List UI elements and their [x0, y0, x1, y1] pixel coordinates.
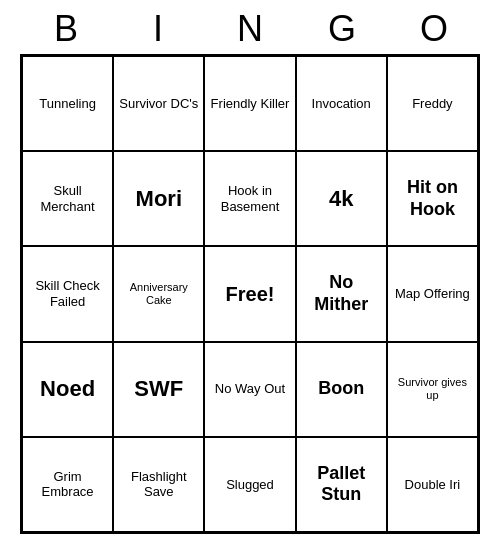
bingo-cell-16: SWF — [113, 342, 204, 437]
bingo-cell-7: Hook in Basement — [204, 151, 295, 246]
bingo-cell-23: Pallet Stun — [296, 437, 387, 532]
bingo-cell-10: Skill Check Failed — [22, 246, 113, 341]
bingo-letter: I — [118, 8, 198, 50]
bingo-cell-6: Mori — [113, 151, 204, 246]
bingo-letter: N — [210, 8, 290, 50]
bingo-letter: B — [26, 8, 106, 50]
bingo-cell-13: No Mither — [296, 246, 387, 341]
bingo-cell-4: Freddy — [387, 56, 478, 151]
bingo-cell-21: Flashlight Save — [113, 437, 204, 532]
bingo-cell-15: Noed — [22, 342, 113, 437]
bingo-cell-14: Map Offering — [387, 246, 478, 341]
bingo-cell-19: Survivor gives up — [387, 342, 478, 437]
bingo-letter: O — [394, 8, 474, 50]
bingo-cell-18: Boon — [296, 342, 387, 437]
bingo-cell-22: Slugged — [204, 437, 295, 532]
bingo-cell-20: Grim Embrace — [22, 437, 113, 532]
bingo-cell-8: 4k — [296, 151, 387, 246]
bingo-cell-1: Survivor DC's — [113, 56, 204, 151]
bingo-grid: TunnelingSurvivor DC'sFriendly KillerInv… — [20, 54, 480, 534]
bingo-cell-11: Anniversary Cake — [113, 246, 204, 341]
bingo-cell-3: Invocation — [296, 56, 387, 151]
bingo-cell-24: Double Iri — [387, 437, 478, 532]
bingo-header: BINGO — [20, 0, 480, 54]
bingo-cell-0: Tunneling — [22, 56, 113, 151]
bingo-cell-17: No Way Out — [204, 342, 295, 437]
bingo-cell-12: Free! — [204, 246, 295, 341]
bingo-letter: G — [302, 8, 382, 50]
bingo-cell-2: Friendly Killer — [204, 56, 295, 151]
bingo-cell-9: Hit on Hook — [387, 151, 478, 246]
bingo-cell-5: Skull Merchant — [22, 151, 113, 246]
